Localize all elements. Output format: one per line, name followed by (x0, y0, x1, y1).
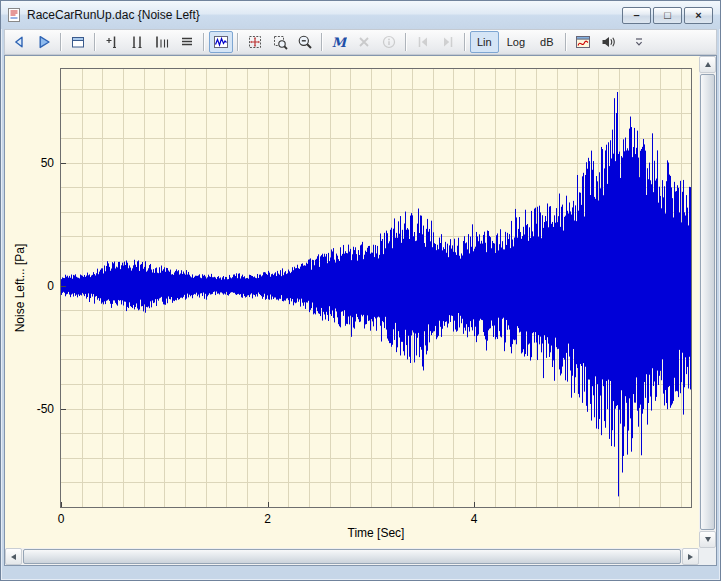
app-window: RaceCarRunUp.dac {Noise Left} –□× MLinLo… (0, 0, 721, 581)
app-icon (6, 7, 22, 23)
next-marker-button[interactable] (436, 31, 460, 53)
double-cursor-button[interactable] (125, 31, 149, 53)
cursor-list-button[interactable] (175, 31, 199, 53)
minimize-button[interactable]: – (622, 7, 651, 24)
toolbar-overflow-icon (631, 34, 647, 50)
plot-row: Noise Left... [Pa] Time [Sec] 024500-50 (5, 56, 716, 548)
x-axis-label: Time [Sec] (348, 526, 405, 540)
zoom-out-icon (297, 34, 313, 50)
zoom-all-button[interactable] (243, 31, 267, 53)
toolbar-separator (321, 33, 323, 51)
x-tick-label: 2 (264, 512, 271, 526)
db-button[interactable]: dB (533, 31, 560, 53)
y-tick-label: 50 (5, 156, 54, 170)
arrow-down-icon (705, 537, 711, 542)
waveform-canvas[interactable] (61, 69, 691, 507)
scroll-down-button[interactable] (699, 531, 716, 548)
arrow-left-icon (11, 554, 16, 560)
horizontal-scrollbar-track[interactable] (22, 548, 682, 565)
nav-back-icon (11, 34, 27, 50)
toolbar-separator (565, 33, 567, 51)
nav-forward-icon (36, 34, 52, 50)
x-tick-label: 4 (471, 512, 478, 526)
time-signal-icon (213, 34, 229, 50)
marker-button[interactable]: M (327, 31, 351, 53)
client-area: Noise Left... [Pa] Time [Sec] 024500-50 (4, 55, 717, 566)
toolbar-separator (405, 33, 407, 51)
svg-text:M: M (332, 35, 347, 50)
toolbar-separator (464, 33, 466, 51)
toolbar-separator (203, 33, 205, 51)
y-tick-label: -50 (5, 402, 54, 416)
toolbar-separator (60, 33, 62, 51)
marker-icon: M (331, 34, 347, 50)
harmonic-cursor-button[interactable] (150, 31, 174, 53)
main-toolbar: MLinLogdB (4, 29, 717, 55)
delete-marker-icon (356, 34, 372, 50)
nav-back-button[interactable] (7, 31, 31, 53)
nav-forward-button[interactable] (32, 31, 56, 53)
zoom-window-icon (272, 34, 288, 50)
scrollbar-row (5, 548, 716, 565)
prev-marker-icon (415, 34, 431, 50)
scroll-up-button[interactable] (699, 56, 716, 73)
double-cursor-icon (129, 34, 145, 50)
window-title: RaceCarRunUp.dac {Noise Left} (27, 8, 200, 22)
log-button[interactable]: Log (500, 31, 532, 53)
prev-marker-button[interactable] (411, 31, 435, 53)
signal-window-button[interactable] (571, 31, 595, 53)
zoom-all-icon (247, 34, 263, 50)
scroll-left-button[interactable] (5, 548, 22, 565)
arrow-up-icon (705, 62, 711, 67)
title-bar[interactable]: RaceCarRunUp.dac {Noise Left} –□× (1, 1, 720, 29)
delete-marker-button[interactable] (352, 31, 376, 53)
zoom-out-button[interactable] (293, 31, 317, 53)
plot-region: Noise Left... [Pa] Time [Sec] 024500-50 (5, 56, 699, 548)
single-cursor-icon (104, 34, 120, 50)
toolbar-separator (237, 33, 239, 51)
maximize-icon: □ (664, 10, 671, 21)
vertical-scrollbar-track[interactable] (699, 73, 716, 531)
close-button[interactable]: × (684, 7, 713, 24)
horizontal-scrollbar-thumb[interactable] (23, 549, 681, 564)
plot-frame[interactable] (60, 68, 692, 508)
close-icon: × (695, 10, 701, 21)
toolbar-overflow-button[interactable] (627, 31, 651, 53)
y-tick-label: 0 (5, 279, 54, 293)
new-window-button[interactable] (66, 31, 90, 53)
speaker-button[interactable] (596, 31, 620, 53)
marker-info-button[interactable] (377, 31, 401, 53)
vertical-scrollbar-thumb[interactable] (700, 74, 715, 530)
vertical-scrollbar[interactable] (699, 56, 716, 548)
window-controls: –□× (622, 7, 715, 24)
horizontal-scrollbar[interactable] (5, 548, 699, 565)
signal-window-icon (575, 34, 591, 50)
arrow-right-icon (688, 554, 693, 560)
marker-info-icon (381, 34, 397, 50)
next-marker-icon (440, 34, 456, 50)
time-signal-button[interactable] (209, 31, 233, 53)
scroll-right-button[interactable] (682, 548, 699, 565)
scrollbar-corner (699, 548, 716, 565)
cursor-list-icon (179, 34, 195, 50)
maximize-button[interactable]: □ (653, 7, 682, 24)
x-tick-label: 0 (58, 512, 65, 526)
zoom-window-button[interactable] (268, 31, 292, 53)
new-window-icon (70, 34, 86, 50)
toolbar-separator (94, 33, 96, 51)
harmonic-cursor-icon (154, 34, 170, 50)
lin-button[interactable]: Lin (470, 31, 499, 53)
speaker-icon (600, 34, 616, 50)
minimize-icon: – (633, 10, 639, 21)
single-cursor-button[interactable] (100, 31, 124, 53)
